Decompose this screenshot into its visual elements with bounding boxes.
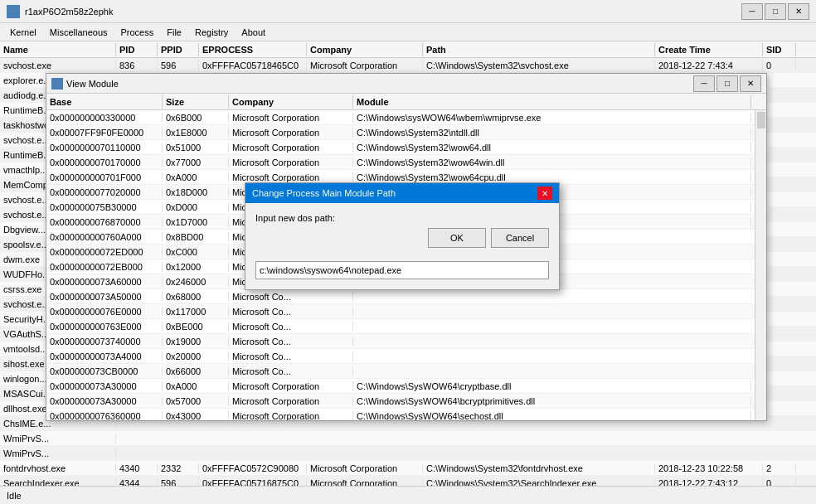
- vm-table-cell: C:\Windows\sysWOW64\wbem\wmiprvse.exe: [353, 113, 751, 123]
- vm-table-row[interactable]: 0x0000000003300000x6B000Microsoft Corpor…: [46, 110, 755, 125]
- vm-table-row[interactable]: 0x000000073A300000x57000Microsoft Corpor…: [46, 394, 755, 409]
- vm-table-cell: Microsoft Co...: [229, 322, 353, 332]
- vm-maximize-button[interactable]: □: [716, 75, 738, 92]
- vm-table-cell: 0xA000: [163, 381, 229, 391]
- vm-table-cell: 0x0000000070110000: [46, 143, 163, 153]
- table-cell: C:\Windows\System32\SearchIndexer.exe: [423, 478, 655, 487]
- dialog-close-button[interactable]: ✕: [537, 187, 552, 200]
- menu-miscellaneous[interactable]: Miscellaneous: [43, 26, 114, 39]
- table-cell: 0xFFFFAC05718465C0: [199, 61, 307, 70]
- vm-table-cell: 0x0000000076870000: [46, 217, 163, 227]
- table-cell: 0: [763, 61, 796, 70]
- vm-scrollbar[interactable]: [755, 110, 766, 420]
- vm-table-cell: 0x000000075B30000: [46, 202, 163, 212]
- table-cell: C:\Windows\System32\fontdrvhost.exe: [423, 463, 655, 473]
- vm-table-row[interactable]: 0x00000000701100000x51000Microsoft Corpo…: [46, 140, 755, 155]
- dialog-label: Input new dos path:: [255, 213, 549, 223]
- vm-table-row[interactable]: 0x00007FF9F0FE00000x1E8000Microsoft Corp…: [46, 125, 755, 140]
- close-button[interactable]: ✕: [788, 3, 809, 20]
- vm-table-row[interactable]: 0x00000000076E00000x117000Microsoft Co..…: [46, 304, 755, 319]
- vm-table-cell: 0xA000: [163, 172, 229, 182]
- table-row[interactable]: fontdrvhost.exe434023320xFFFFAC0572C9008…: [0, 461, 816, 476]
- col-header-sid[interactable]: SID: [763, 43, 796, 56]
- dialog-path-input[interactable]: [255, 261, 549, 279]
- vm-table-cell: 0x51000: [163, 143, 229, 153]
- vm-table-cell: C:\Windows\SysWOW64\cryptbase.dll: [353, 381, 751, 391]
- dialog-ok-button[interactable]: OK: [428, 228, 486, 248]
- vm-title-text: View Module: [66, 79, 119, 89]
- vm-table-cell: 0xD000: [163, 202, 229, 212]
- menu-about[interactable]: About: [235, 26, 272, 39]
- table-cell: 836: [116, 61, 158, 70]
- col-header-create[interactable]: Create Time: [655, 43, 763, 56]
- vm-table-cell: 0x246000: [163, 277, 229, 287]
- table-row[interactable]: WmiPrvS...: [0, 431, 816, 446]
- vm-table-row[interactable]: 0x00000000073A40000x20000Microsoft Co...: [46, 349, 755, 364]
- vm-table-cell: 0x000000000763E000: [46, 322, 163, 332]
- vm-close-button[interactable]: ✕: [740, 75, 761, 92]
- menu-registry[interactable]: Registry: [188, 26, 235, 39]
- col-header-company[interactable]: Company: [307, 43, 423, 56]
- vm-table-cell: 0x000000000760A000: [46, 232, 163, 242]
- vm-table-row[interactable]: 0x00000000701700000x77000Microsoft Corpo…: [46, 155, 755, 170]
- vm-col-company[interactable]: Company: [229, 95, 353, 109]
- vm-col-module[interactable]: Module: [353, 95, 751, 109]
- vm-table-row[interactable]: 0x000000073CB00000x66000Microsoft Co...: [46, 364, 755, 379]
- vm-table-cell: 0x117000: [163, 307, 229, 317]
- col-header-path[interactable]: Path: [423, 43, 655, 56]
- vm-table-cell: 0x0000000073740000: [46, 337, 163, 346]
- vm-table-cell: Microsoft Corporation: [229, 143, 353, 153]
- vm-table-row[interactable]: 0x000000000763E0000xBE000Microsoft Co...: [46, 319, 755, 334]
- vm-table-cell: C:\Windows\System32\wow64win.dll: [353, 158, 751, 167]
- vm-table-cell: 0x66000: [163, 366, 229, 376]
- col-header-eprocess[interactable]: EPROCESS: [199, 43, 307, 56]
- table-row[interactable]: WmiPrvS...: [0, 446, 816, 461]
- vm-table-cell: Microsoft Corporation: [229, 396, 353, 406]
- maximize-button[interactable]: □: [765, 3, 786, 20]
- menu-process[interactable]: Process: [114, 26, 161, 39]
- dialog-buttons: OK Cancel: [255, 228, 549, 248]
- table-cell: 596: [158, 61, 199, 70]
- status-text: Idle: [7, 491, 22, 501]
- vm-table-row[interactable]: 0x00000000737400000x19000Microsoft Co...: [46, 334, 755, 349]
- table-cell: Microsoft Corporation: [307, 463, 423, 473]
- table-cell: fontdrvhost.exe: [0, 463, 116, 473]
- vm-table-cell: Microsoft Co...: [229, 337, 353, 346]
- table-cell: svchost.exe: [0, 61, 116, 70]
- vm-table-cell: 0x77000: [163, 158, 229, 167]
- vm-col-size[interactable]: Size: [163, 95, 229, 109]
- vm-table-cell: C:\Windows\SysWOW64\sechost.dll: [353, 411, 751, 421]
- table-cell: SearchIndexer.exe: [0, 478, 116, 487]
- window-title: r1axP6O2m58z2ephk: [25, 7, 113, 17]
- col-header-name[interactable]: Name: [0, 43, 116, 56]
- vm-table-cell: 0x00000000072ED000: [46, 247, 163, 257]
- menu-file[interactable]: File: [160, 26, 188, 39]
- vm-col-base[interactable]: Base: [46, 95, 163, 109]
- minimize-button[interactable]: ─: [741, 3, 763, 20]
- vm-table-cell: Microsoft Corporation: [229, 113, 353, 123]
- vm-table-cell: C:\Windows\System32\wow64cpu.dll: [353, 172, 751, 182]
- table-cell: 0xFFFFAC05716875C0: [199, 478, 307, 487]
- col-header-pid[interactable]: PID: [116, 43, 158, 56]
- table-cell: 4344: [116, 478, 158, 487]
- menu-kernel[interactable]: Kernel: [3, 26, 43, 39]
- table-cell: 4340: [116, 463, 158, 473]
- col-header-ppid[interactable]: PPID: [158, 43, 199, 56]
- vm-table-row[interactable]: 0x000000073A300000xA000Microsoft Corpora…: [46, 379, 755, 394]
- vm-table-row[interactable]: 0x0000000073A500000x68000Microsoft Co...: [46, 289, 755, 304]
- vm-table-cell: 0x1E8000: [163, 128, 229, 138]
- vm-table-cell: 0x1D7000: [163, 217, 229, 227]
- table-cell: WmiPrvS...: [0, 434, 116, 443]
- vm-table-cell: 0xC000: [163, 247, 229, 257]
- vm-table-cell: 0x00007FF9F0FE0000: [46, 128, 163, 138]
- vm-table-cell: Microsoft Co...: [229, 351, 353, 361]
- menu-bar: Kernel Miscellaneous Process File Regist…: [0, 23, 816, 41]
- vm-table-cell: 0x0000000076360000: [46, 411, 163, 421]
- dialog-cancel-button[interactable]: Cancel: [491, 228, 549, 248]
- vm-table-row[interactable]: 0x00000000763600000x43000Microsoft Corpo…: [46, 409, 755, 420]
- vm-minimize-button[interactable]: ─: [693, 75, 715, 92]
- table-row[interactable]: SearchIndexer.exe43445960xFFFFAC05716875…: [0, 476, 816, 486]
- title-controls: ─ □ ✕: [741, 3, 809, 20]
- table-cell: 596: [158, 478, 199, 487]
- table-row[interactable]: svchost.exe8365960xFFFFAC05718465C0Micro…: [0, 58, 816, 73]
